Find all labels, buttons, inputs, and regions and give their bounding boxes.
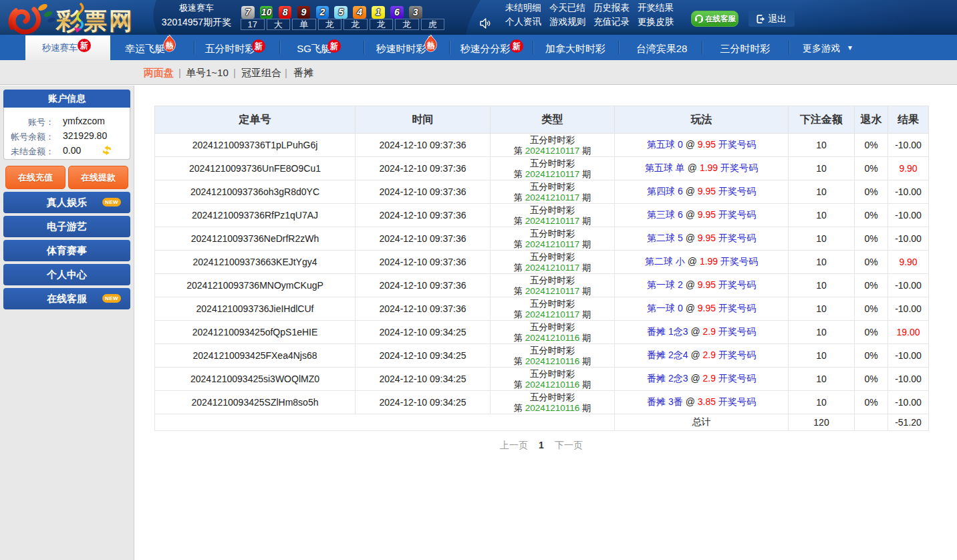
- svg-text:票: 票: [84, 7, 107, 33]
- svg-text:网: 网: [109, 7, 132, 33]
- svg-text:熱: 熱: [426, 41, 435, 50]
- svg-text:熱: 熱: [165, 41, 174, 50]
